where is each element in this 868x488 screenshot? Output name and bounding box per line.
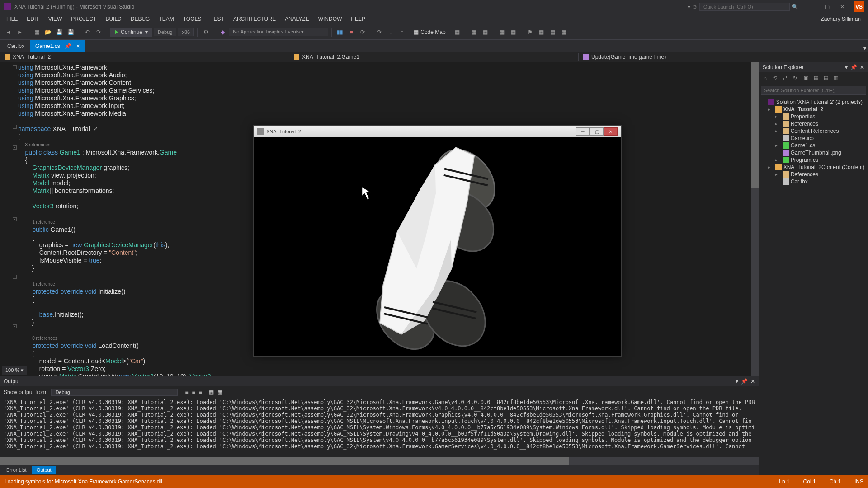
continue-button[interactable]: Continue ▾ bbox=[110, 28, 152, 37]
output-wrap-icon[interactable]: ≡ bbox=[198, 389, 202, 395]
tree-item[interactable]: ▸XNA_Tutorial_2 bbox=[759, 106, 868, 113]
menu-architecture[interactable]: ARCHITECTURE bbox=[229, 14, 280, 24]
tab-carfbx[interactable]: Car.fbx bbox=[2, 40, 30, 52]
tree-item[interactable]: Solution 'XNA Tutorial 2' (2 projects) bbox=[759, 99, 868, 106]
game-minimize-button[interactable]: ─ bbox=[576, 127, 590, 136]
tb-extra8-icon[interactable]: ▦ bbox=[559, 27, 569, 37]
menu-project[interactable]: PROJECT bbox=[66, 14, 101, 24]
output-toggle-icon[interactable]: ≡ bbox=[192, 389, 195, 395]
outline-toggle-icon[interactable]: - bbox=[13, 217, 17, 221]
outline-toggle-icon[interactable]: - bbox=[13, 65, 17, 69]
sol-preview-icon[interactable]: ▥ bbox=[831, 74, 840, 83]
menu-tools[interactable]: TOOLS bbox=[179, 14, 206, 24]
process-icon[interactable]: ⚙ bbox=[201, 27, 211, 37]
tb-extra5-icon[interactable]: ▦ bbox=[509, 27, 519, 37]
output-extra2-icon[interactable]: ▦ bbox=[217, 389, 222, 395]
search-icon[interactable]: 🔍 bbox=[792, 4, 798, 10]
sol-home-icon[interactable]: ⌂ bbox=[761, 74, 770, 83]
insights-icon[interactable]: ◆ bbox=[217, 27, 227, 37]
nav-class-combo[interactable]: XNA_Tutorial_2.Game1 bbox=[289, 53, 579, 61]
config-combo[interactable]: Debug bbox=[154, 28, 176, 36]
outline-toggle-icon[interactable]: - bbox=[13, 324, 17, 328]
restart-icon[interactable]: ⟳ bbox=[358, 27, 368, 37]
tb-extra6-icon[interactable]: ▦ bbox=[537, 27, 547, 37]
tree-item[interactable]: GameThumbnail.png bbox=[759, 149, 868, 156]
codemap-button[interactable]: ▦ Code Map bbox=[414, 29, 445, 35]
game-window[interactable]: XNA_Tutorial_2 ─ ▢ ✕ bbox=[253, 125, 622, 357]
tab-error-list[interactable]: Error List bbox=[2, 466, 31, 474]
menu-debug[interactable]: DEBUG bbox=[126, 14, 155, 24]
tree-item[interactable]: ▸References bbox=[759, 171, 868, 178]
nav-project-combo[interactable]: XNA_Tutorial_2 bbox=[0, 53, 289, 61]
save-icon[interactable]: 💾 bbox=[54, 27, 64, 37]
output-hscrollbar[interactable] bbox=[0, 457, 759, 465]
solution-dropdown-icon[interactable]: ▾ bbox=[845, 64, 848, 70]
step-into-icon[interactable]: ↓ bbox=[386, 27, 396, 37]
game-window-titlebar[interactable]: XNA_Tutorial_2 ─ ▢ ✕ bbox=[254, 126, 621, 137]
tree-item[interactable]: ▸Content References bbox=[759, 127, 868, 135]
sol-showall-icon[interactable]: ▦ bbox=[811, 74, 821, 83]
tree-item[interactable]: ▸Game1.cs bbox=[759, 142, 868, 149]
outline-toggle-icon[interactable]: - bbox=[13, 145, 17, 150]
game-maximize-button[interactable]: ▢ bbox=[590, 127, 604, 136]
outline-toggle-icon[interactable]: - bbox=[13, 125, 17, 129]
user-name[interactable]: Zachary Silliman bbox=[821, 16, 866, 22]
maximize-button[interactable]: ▢ bbox=[819, 1, 835, 13]
pin-icon[interactable]: 📌 bbox=[63, 43, 73, 49]
menu-build[interactable]: BUILD bbox=[101, 14, 126, 24]
tb-flag-icon[interactable]: ⚑ bbox=[525, 27, 535, 37]
menu-team[interactable]: TEAM bbox=[154, 14, 178, 24]
tb-extra4-icon[interactable]: ▦ bbox=[497, 27, 507, 37]
minimize-button[interactable]: ─ bbox=[804, 1, 819, 13]
solution-tree[interactable]: Solution 'XNA Tutorial 2' (2 projects)▸X… bbox=[759, 97, 868, 475]
save-all-icon[interactable]: 💾 bbox=[66, 27, 75, 37]
tree-item[interactable]: ▸Program.cs bbox=[759, 156, 868, 164]
step-out-icon[interactable]: ↑ bbox=[397, 27, 407, 37]
solution-search-input[interactable] bbox=[761, 86, 866, 95]
tree-item[interactable]: ▸References bbox=[759, 120, 868, 127]
open-file-icon[interactable]: 📂 bbox=[43, 27, 53, 37]
menu-window[interactable]: WINDOW bbox=[314, 14, 347, 24]
sol-sync-icon[interactable]: ⇄ bbox=[781, 74, 790, 83]
tree-item[interactable]: ▸Properties bbox=[759, 113, 868, 120]
stop-icon[interactable]: ■ bbox=[346, 27, 356, 37]
output-close-icon[interactable]: ✕ bbox=[750, 378, 755, 385]
tb-extra7-icon[interactable]: ▦ bbox=[548, 27, 558, 37]
tree-item[interactable]: Car.fbx bbox=[759, 178, 868, 185]
platform-combo[interactable]: x86 bbox=[178, 28, 194, 36]
tb-extra2-icon[interactable]: ▦ bbox=[469, 27, 479, 37]
tab-output[interactable]: Output bbox=[32, 466, 56, 474]
output-pin-icon[interactable]: 📌 bbox=[741, 378, 748, 385]
zoom-level[interactable]: 100 % ▾ bbox=[2, 366, 27, 375]
feedback-icon[interactable]: ☺ bbox=[692, 4, 698, 10]
game-close-button[interactable]: ✕ bbox=[604, 127, 618, 136]
output-extra-icon[interactable]: ▦ bbox=[209, 389, 214, 395]
vertical-scrollbar[interactable] bbox=[751, 62, 759, 376]
sol-properties-icon[interactable]: ▤ bbox=[821, 74, 830, 83]
close-button[interactable]: ✕ bbox=[835, 1, 850, 13]
tree-item[interactable]: Game.ico bbox=[759, 135, 868, 142]
sol-refresh-icon[interactable]: ↻ bbox=[791, 74, 800, 83]
nav-back-icon[interactable]: ◄ bbox=[4, 27, 14, 37]
tb-extra1-icon[interactable]: ▦ bbox=[453, 27, 462, 37]
sol-collapse-icon[interactable]: ▣ bbox=[802, 74, 811, 83]
undo-icon[interactable]: ↶ bbox=[82, 27, 92, 37]
solution-pin-icon[interactable]: 📌 bbox=[850, 64, 857, 70]
quick-launch-input[interactable] bbox=[699, 3, 790, 11]
menu-view[interactable]: VIEW bbox=[44, 14, 67, 24]
pause-icon[interactable]: ▮▮ bbox=[335, 27, 345, 37]
menu-file[interactable]: FILE bbox=[2, 14, 22, 24]
outline-toggle-icon[interactable]: - bbox=[13, 275, 17, 279]
notification-icon[interactable]: ▾ bbox=[688, 4, 690, 10]
tab-game1cs[interactable]: Game1.cs 📌 ✕ bbox=[30, 40, 85, 52]
nav-method-combo[interactable]: Update(GameTime gameTime) bbox=[579, 53, 868, 61]
output-clear-icon[interactable]: ≡ bbox=[185, 389, 188, 395]
step-over-icon[interactable]: ↷ bbox=[374, 27, 384, 37]
menu-help[interactable]: HELP bbox=[346, 14, 369, 24]
tb-extra3-icon[interactable]: ▦ bbox=[481, 27, 491, 37]
tree-item[interactable]: ▸XNA_Tutorial_2Content (Content) bbox=[759, 164, 868, 171]
output-dropdown-icon[interactable]: ▾ bbox=[736, 378, 738, 385]
nav-forward-icon[interactable]: ► bbox=[15, 27, 25, 37]
output-source-combo[interactable]: Debug bbox=[51, 389, 178, 396]
sol-back-icon[interactable]: ⟲ bbox=[771, 74, 780, 83]
